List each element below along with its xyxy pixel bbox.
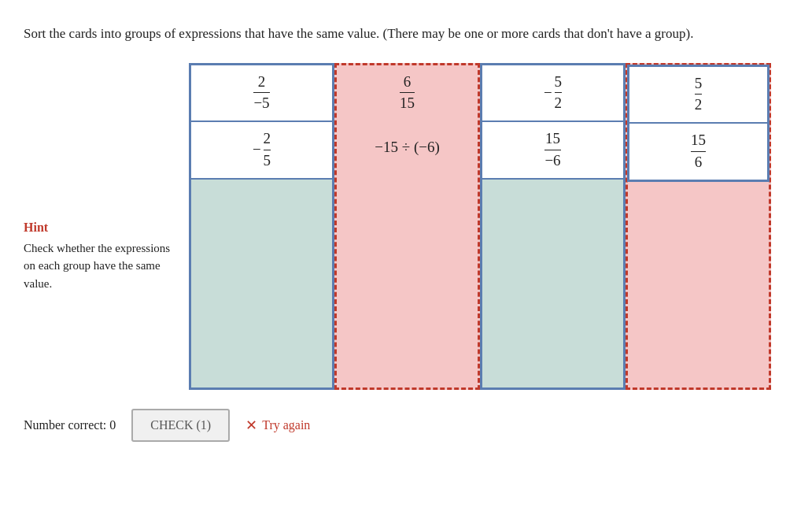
col4-spacer [628, 182, 769, 387]
hint-panel: Hint Check whether the expressions on ea… [24, 63, 189, 293]
expression-neg15-div-neg6: −15 ÷ (−6) [375, 139, 440, 156]
group-column-4[interactable]: 5 2 15 6 [626, 63, 771, 390]
groups-container: 2 −5 − 2 5 6 [189, 63, 771, 390]
card-col4-row1[interactable]: 5 2 [627, 65, 770, 125]
try-again-label: Try again [262, 418, 310, 432]
card-col2-row2[interactable]: −15 ÷ (−6) [337, 121, 478, 174]
number-correct-label: Number correct: 0 [24, 418, 116, 432]
group-col4-border: 5 2 15 6 [626, 63, 771, 390]
check-button[interactable]: CHECK (1) [131, 409, 230, 442]
card-col1-row1[interactable]: 2 −5 [191, 65, 332, 123]
fraction-6-15: 6 15 [400, 73, 415, 113]
fraction-5-2: 5 2 [695, 75, 703, 115]
fraction-2-neg5: 2 −5 [253, 73, 269, 113]
main-area: Hint Check whether the expressions on ea… [24, 63, 788, 390]
fraction-neg-2-5: 2 5 [264, 130, 271, 170]
group-column-3[interactable]: − 5 2 15 −6 [480, 63, 626, 390]
group-col2-border: 6 15 −15 ÷ (−6) [334, 63, 480, 390]
card-col3-row1[interactable]: − 5 2 [482, 65, 623, 123]
fraction-15-6: 15 6 [691, 132, 706, 172]
group-column-2[interactable]: 6 15 −15 ÷ (−6) [334, 63, 480, 390]
hint-title: Hint [24, 221, 173, 235]
group-column-1[interactable]: 2 −5 − 2 5 [189, 63, 334, 390]
fraction-neg-5-2: 5 2 [555, 73, 563, 113]
card-col4-row2[interactable]: 15 6 [627, 124, 770, 182]
group-col3-border: − 5 2 15 −6 [480, 63, 626, 390]
col3-spacer [482, 180, 623, 387]
try-again-x-icon: ✕ [245, 417, 257, 434]
try-again-button[interactable]: ✕ Try again [245, 417, 310, 434]
card-col3-row2[interactable]: 15 −6 [482, 122, 623, 180]
group-col1-border: 2 −5 − 2 5 [189, 63, 334, 390]
card-col2-row1[interactable]: 6 15 [337, 65, 478, 121]
bottom-bar: Number correct: 0 CHECK (1) ✕ Try again [24, 409, 788, 442]
instructions-text: Sort the cards into groups of expression… [24, 24, 732, 44]
hint-text: Check whether the expressions on each gr… [24, 239, 173, 293]
col2-spacer [337, 174, 478, 387]
fraction-15-neg6: 15 −6 [544, 130, 560, 170]
col1-spacer [191, 180, 332, 387]
card-col1-row2[interactable]: − 2 5 [191, 122, 332, 180]
